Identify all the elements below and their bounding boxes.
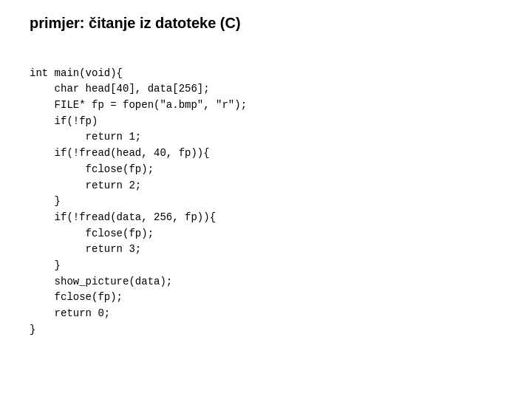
page-title: primjer: čitanje iz datoteke (C) [30,15,502,32]
page-container: primjer: čitanje iz datoteke (C) int mai… [0,0,532,399]
code-block: int main(void){ char head[40], data[256]… [30,50,502,338]
